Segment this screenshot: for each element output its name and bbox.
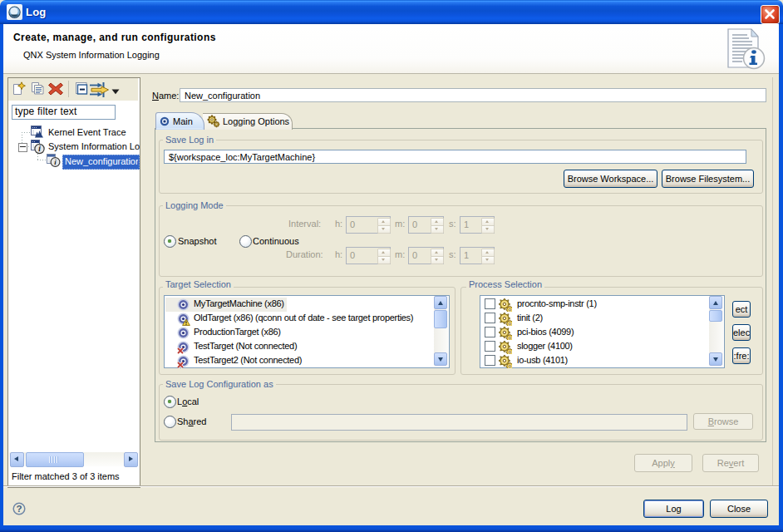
svg-text:?: ? (16, 504, 22, 514)
svg-text:i: i (38, 145, 41, 153)
